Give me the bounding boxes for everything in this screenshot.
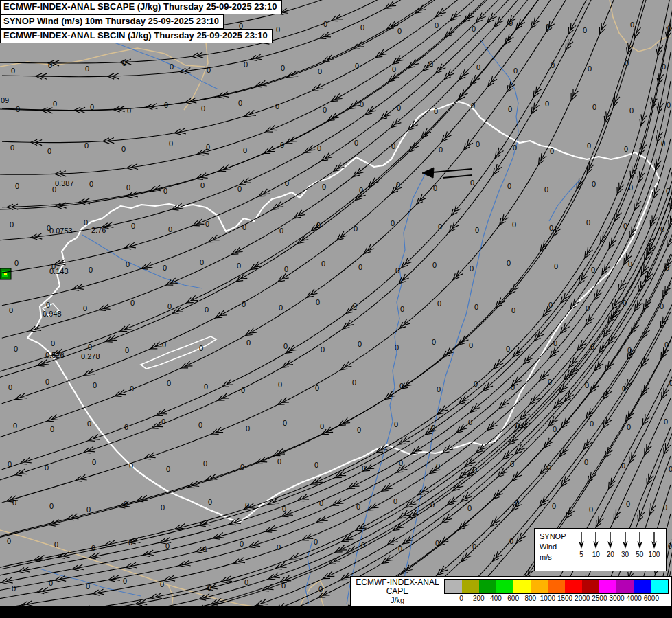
grid-value-label: 0 xyxy=(584,458,588,466)
grid-value-label: 0 xyxy=(359,186,363,194)
grid-value-label: 0 xyxy=(205,306,209,314)
grid-value-label: 0 xyxy=(590,420,594,428)
grid-value-label: 0 xyxy=(278,380,282,389)
grid-value-label: 0 xyxy=(629,183,633,192)
grid-value-label: 0 xyxy=(89,180,93,188)
grid-value-label: 0 xyxy=(125,346,129,354)
grid-value-label: 0 xyxy=(360,100,364,108)
bottom-black-bar xyxy=(0,606,672,618)
grid-value-label: 0 xyxy=(8,460,12,468)
grid-value-label: 0 xyxy=(167,379,171,387)
grid-value-label: 0 xyxy=(429,60,433,68)
grid-value-label: 0 xyxy=(320,422,324,431)
grid-value-label: 0 xyxy=(354,139,358,147)
grid-value-label: 0 xyxy=(511,383,515,391)
grid-value-label: 0 xyxy=(284,265,288,273)
grid-value-label: 0 xyxy=(625,59,629,67)
grid-value-label: 0 xyxy=(436,462,440,470)
grid-value-label: 0 xyxy=(86,582,90,591)
grid-value-label: 0 xyxy=(438,222,442,231)
colorbar-cell xyxy=(634,580,651,593)
title-box: ECMWF-INDEX-ANAL SBCAPE (J/kg) Thursday … xyxy=(0,0,282,43)
grid-value-label: 0 xyxy=(430,501,435,509)
wind-legend-subtitle: Wind xyxy=(540,542,574,552)
grid-value-label: 0 xyxy=(397,104,401,112)
grid-value-label: 0 xyxy=(553,339,557,347)
grid-value-label: 0 xyxy=(49,502,54,510)
cape-blob xyxy=(0,268,11,279)
grid-value-label: 0 xyxy=(322,183,326,191)
grid-value-label: 0 xyxy=(435,21,439,30)
colorbar-tick-label: 1500 xyxy=(557,595,572,602)
grid-value-label: 0 xyxy=(53,100,57,108)
wind-legend-title: SYNOP xyxy=(540,531,574,542)
grid-value-label: 0 xyxy=(123,577,127,585)
grid-value-label: 0 xyxy=(161,503,165,512)
grid-value-label: 0 xyxy=(318,585,323,593)
grid-value-label: 0 xyxy=(661,139,665,148)
grid-value-label: 0 xyxy=(624,145,628,153)
grid-value-label: 0 xyxy=(46,301,50,309)
grid-value-label: 0 xyxy=(93,381,97,389)
grid-value-label: 0 xyxy=(361,541,365,549)
grid-value-label: 0 xyxy=(283,419,287,427)
grid-value-label: 0 xyxy=(91,544,95,552)
grid-value-label: 0 xyxy=(544,185,548,194)
grid-value-label: 0 xyxy=(391,219,395,227)
grid-value-label: 0 xyxy=(83,304,87,312)
grid-value-label: 0 xyxy=(200,181,205,190)
grid-value-label: 0 xyxy=(9,306,13,314)
grid-value-label: 0 xyxy=(13,422,17,430)
grid-value-label: 0 xyxy=(628,260,632,268)
grid-value-label: 0 xyxy=(550,147,554,155)
colorbar-cell xyxy=(513,580,531,593)
grid-value-label: 0 xyxy=(7,537,11,545)
wind-speed-column: 30 xyxy=(619,531,632,558)
grid-value-label: 0 xyxy=(476,140,480,148)
wind-arrow-icon xyxy=(620,531,631,550)
grid-value-label: 0 xyxy=(167,302,172,310)
grid-value-label: 0 xyxy=(667,101,671,109)
grid-value-label: 0 xyxy=(283,342,288,350)
grid-value-label: 0 xyxy=(586,304,590,312)
grid-value-label: 0 xyxy=(513,67,518,75)
grid-value-label: 0 xyxy=(240,540,244,548)
rivers-layer xyxy=(40,38,580,604)
grid-value-label: 0 xyxy=(54,540,58,549)
colorbar-tick-label: 200 xyxy=(473,595,485,602)
grid-value-label: 0 xyxy=(47,147,51,155)
grid-value-label: 0 xyxy=(240,463,244,471)
grid-value-label: 0 xyxy=(623,222,627,230)
grid-value-label: 0 xyxy=(400,305,404,313)
grid-value-label: 0 xyxy=(592,103,596,111)
grid-value-label: 0 xyxy=(470,264,474,273)
grid-value-label: 0 xyxy=(277,457,281,466)
grid-value-label: 0 xyxy=(473,466,477,474)
wind-speed-column: 50 xyxy=(634,531,646,558)
grid-value-label: 0 xyxy=(316,221,321,229)
wind-arrow-icon xyxy=(605,531,616,550)
grid-value-label: 0 xyxy=(585,381,589,389)
colorbar-cell xyxy=(548,580,565,593)
grid-value-label: 0 xyxy=(669,379,672,387)
grid-value-label: 0 xyxy=(204,382,208,391)
grid-value-label: 0 xyxy=(507,259,511,267)
colorbar-cell xyxy=(565,580,582,593)
grid-value-label: 0 xyxy=(126,260,130,268)
grid-value-label: 0 xyxy=(360,23,364,32)
grid-value-label: 0 xyxy=(10,220,14,229)
grid-value-label: 0 xyxy=(130,299,135,307)
grid-value-label: 0 xyxy=(664,417,668,426)
grid-value-label: 0 xyxy=(237,185,242,193)
wind-speed-column: 20 xyxy=(604,531,616,558)
wind-speed-column: 10 xyxy=(590,531,602,558)
colorbar-tick-label: 1000 xyxy=(540,595,555,602)
wind-speed-label: 10 xyxy=(592,551,600,558)
grid-value-label: 0 xyxy=(435,539,439,547)
grid-value-label: 0 xyxy=(323,106,327,114)
bold-arrow xyxy=(422,168,472,178)
grid-value-label: 0 xyxy=(434,107,438,115)
grid-value-label: 0 xyxy=(127,106,131,115)
wind-arrow-icon xyxy=(576,531,587,550)
colorbar-scale: 0200400600800100015002000250030004000600… xyxy=(444,577,671,606)
